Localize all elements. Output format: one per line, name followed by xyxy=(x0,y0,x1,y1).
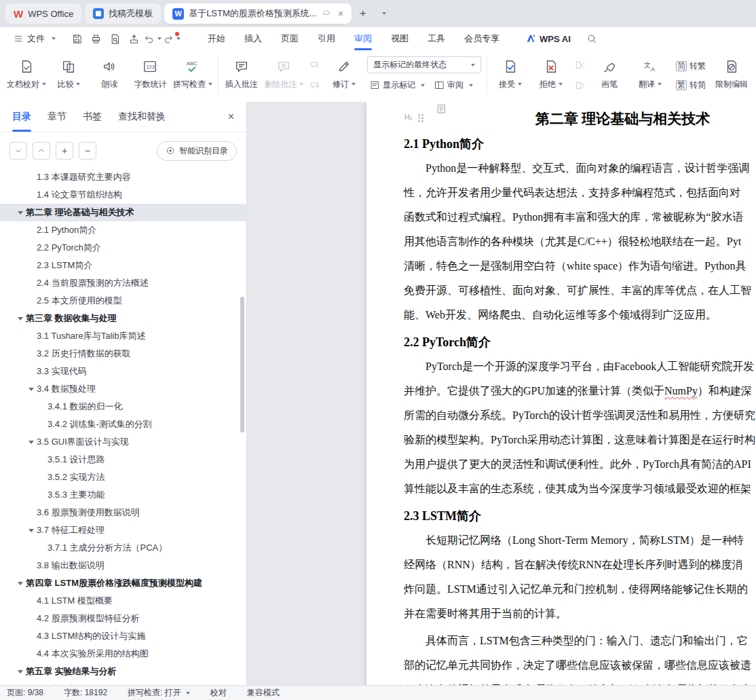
next-comment-icon[interactable] xyxy=(307,78,322,93)
tab-current-document[interactable]: W 基于LSTM的股票价格预测系统... × xyxy=(164,3,352,24)
new-tab-button[interactable]: + xyxy=(355,5,371,22)
toc-item[interactable]: 4.2 股票预测模型特征分析 xyxy=(0,610,246,627)
toc-item[interactable]: 2.4 当前股票预测的方法概述 xyxy=(0,274,246,292)
file-menu-button[interactable]: 文件 xyxy=(8,30,61,48)
print-preview-button[interactable] xyxy=(106,31,124,47)
menu-tab-审阅[interactable]: 审阅 xyxy=(345,27,381,50)
ink-brush-button[interactable]: 画笔 xyxy=(589,55,630,93)
zoom-out-outline-button[interactable]: − xyxy=(79,142,96,160)
toc-expand-caret-icon[interactable] xyxy=(29,441,34,444)
toc-item[interactable]: 3.4.2 训练集-测试集的分割 xyxy=(0,416,246,433)
menu-tab-视图[interactable]: 视图 xyxy=(381,27,418,50)
undo-button[interactable] xyxy=(144,31,162,47)
sidebar-scrollbar[interactable] xyxy=(240,297,244,432)
show-markup-button[interactable]: 显示标记 xyxy=(367,78,428,92)
compare-button[interactable]: 比较 xyxy=(48,55,89,93)
document-canvas[interactable]: H₁ 第二章 理论基础与相关技术 2.1 Python简介Python是一种解释… xyxy=(247,102,756,686)
proofing-status[interactable]: 校对 xyxy=(210,687,227,699)
to-simplified-button[interactable]: 繁 转简 xyxy=(673,78,708,92)
toc-item[interactable]: 3.5.3 主要功能 xyxy=(0,486,246,504)
tab-docer-template[interactable]: 找稿壳模板 xyxy=(85,3,161,24)
toc-item[interactable]: 3.3 实现代码 xyxy=(0,363,246,380)
tab-wps-home[interactable]: W WPS Office xyxy=(5,3,81,24)
proofread-button[interactable]: 文档校对 xyxy=(4,55,48,93)
page-indicator[interactable]: 页面: 9/38 xyxy=(7,687,43,699)
reject-change-button[interactable]: 拒绝 xyxy=(531,55,571,93)
toc-item[interactable]: 4.1 LSTM 模型概要 xyxy=(0,592,246,610)
section-heading: 2.1 Python简介 xyxy=(404,134,756,153)
toc-expand-caret-icon[interactable] xyxy=(29,388,34,391)
previous-comment-icon[interactable] xyxy=(307,58,322,73)
panel-tab-书签[interactable]: 书签 xyxy=(83,102,102,132)
toc-item[interactable]: 第二章 理论基础与相关技术 xyxy=(0,204,246,221)
menu-tab-插入[interactable]: 插入 xyxy=(235,27,271,50)
tab-list-caret-icon[interactable] xyxy=(375,5,391,22)
read-aloud-button[interactable]: 朗读 xyxy=(89,55,130,93)
toc-item[interactable]: 3.5 GUI界面设计与实现 xyxy=(0,433,246,451)
toc-item[interactable]: 2.3 LSTM简介 xyxy=(0,257,246,274)
toc-expand-caret-icon[interactable] xyxy=(18,670,23,674)
toc-item[interactable]: 1.3 本课题研究主要内容 xyxy=(0,168,246,186)
close-tab-icon[interactable]: × xyxy=(338,8,343,19)
toc-item[interactable]: 2.1 Python简介 xyxy=(0,221,246,239)
toc-item[interactable]: 3.1 Tushare库与Talib库简述 xyxy=(0,327,246,345)
restrict-editing-button[interactable]: 限制编辑 xyxy=(711,55,752,93)
spellcheck-status[interactable]: 拼写检查: 打开 xyxy=(128,687,190,699)
menu-tab-页面[interactable]: 页面 xyxy=(271,27,308,50)
wps-ai-button[interactable]: WPS AI xyxy=(525,33,571,44)
search-icon[interactable] xyxy=(583,31,601,47)
track-changes-button[interactable]: 修订 xyxy=(324,55,364,93)
toc-item[interactable]: 3.4 数据预处理 xyxy=(0,380,246,398)
export-pdf-button[interactable] xyxy=(125,31,143,47)
next-change-icon[interactable] xyxy=(573,78,588,93)
to-traditional-button[interactable]: 简 转繁 xyxy=(673,59,708,73)
toc-item[interactable]: 第五章 实验结果与分析 xyxy=(0,663,246,680)
toc-item[interactable]: 4.4 本次实验所采用的结构图 xyxy=(0,645,246,663)
translate-button[interactable]: 文A 翻译 xyxy=(630,55,670,93)
panel-tab-目录[interactable]: 目录 xyxy=(12,102,31,132)
wps-ai-logo-icon xyxy=(525,33,536,44)
markup-state-select[interactable]: 显示标记的最终状态 xyxy=(367,56,481,73)
close-sidebar-icon[interactable]: × xyxy=(228,111,234,123)
zoom-in-outline-button[interactable]: + xyxy=(56,142,73,160)
menu-tab-工具[interactable]: 工具 xyxy=(418,27,455,50)
menu-tab-开始[interactable]: 开始 xyxy=(198,27,235,50)
panel-tab-章节[interactable]: 章节 xyxy=(48,102,67,132)
panel-tab-查找和替换[interactable]: 查找和替换 xyxy=(118,102,166,132)
print-button[interactable] xyxy=(87,31,105,47)
toc-item[interactable]: 2.5 本文所使用的模型 xyxy=(0,292,246,310)
toc-item[interactable]: 2.2 PyTorch简介 xyxy=(0,239,246,257)
toc-item[interactable]: 3.2 历史行情数据的获取 xyxy=(0,345,246,363)
toc-expand-caret-icon[interactable] xyxy=(18,211,23,215)
toc-item[interactable]: 4.3 LSTM结构的设计与实施 xyxy=(0,627,246,645)
toc-item[interactable]: 3.6 股票预测使用数据说明 xyxy=(0,504,246,521)
redo-button[interactable] xyxy=(163,31,181,47)
toc-expand-caret-icon[interactable] xyxy=(29,529,34,532)
toc-item[interactable]: 3.7 特征工程处理 xyxy=(0,521,246,539)
word-count-button[interactable]: 123 字数统计 xyxy=(130,55,170,93)
previous-change-icon[interactable] xyxy=(573,58,588,73)
save-button[interactable] xyxy=(68,31,86,47)
smart-recognize-toc-button[interactable]: 智能识别目录 xyxy=(157,141,237,161)
toc-item[interactable]: 1.4 论文章节组织结构 xyxy=(0,186,246,204)
spell-check-button[interactable]: ABC 拼写检查 xyxy=(170,55,214,93)
review-pane-button[interactable]: 审阅 xyxy=(432,78,476,92)
toc-item[interactable]: 第三章 数据收集与处理 xyxy=(0,310,246,327)
toc-item[interactable]: 3.4.1 数据的归一化 xyxy=(0,398,246,416)
toc-item[interactable]: 第四章 LSTM股票价格涨跌幅度预测模型构建 xyxy=(0,574,246,592)
expand-all-button[interactable] xyxy=(33,142,50,160)
delete-comment-button[interactable]: 删除批注 xyxy=(262,55,306,93)
collapse-all-button[interactable] xyxy=(10,142,27,160)
toc-expand-caret-icon[interactable] xyxy=(18,582,23,585)
toc-expand-caret-icon[interactable] xyxy=(18,317,23,320)
word-count-indicator[interactable]: 字数: 18192 xyxy=(64,687,107,699)
document-page[interactable]: H₁ 第二章 理论基础与相关技术 2.1 Python简介Python是一种解释… xyxy=(366,102,756,686)
menu-tab-会员专享[interactable]: 会员专享 xyxy=(455,27,509,50)
accept-change-button[interactable]: 接受 xyxy=(490,55,531,93)
menu-tab-引用[interactable]: 引用 xyxy=(308,27,345,50)
toc-item[interactable]: 3.8 输出数据说明 xyxy=(0,557,246,574)
insert-comment-button[interactable]: 插入批注 xyxy=(221,55,262,93)
toc-item[interactable]: 3.7.1 主成分分析方法（PCA） xyxy=(0,539,246,557)
toc-item[interactable]: 3.5.2 实现方法 xyxy=(0,468,246,486)
toc-item[interactable]: 3.5.1 设计思路 xyxy=(0,451,246,468)
